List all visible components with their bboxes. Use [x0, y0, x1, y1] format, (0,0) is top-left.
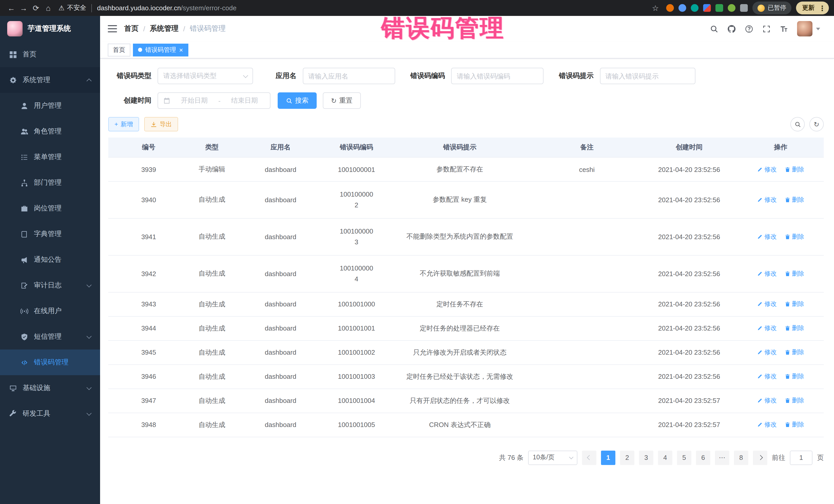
back-icon[interactable]: ←	[5, 2, 18, 14]
toggle-search-button[interactable]	[790, 117, 805, 131]
extension-icon[interactable]	[703, 4, 711, 12]
sidebar-item-audit-log[interactable]: 审计日志	[0, 272, 100, 298]
error-code-input[interactable]	[457, 72, 538, 80]
delete-link[interactable]: 删除	[785, 420, 804, 429]
page-button-1[interactable]: 1	[601, 451, 615, 465]
date-range-picker[interactable]: 开始日期 - 结束日期	[158, 92, 270, 109]
delete-link[interactable]: 删除	[785, 348, 804, 357]
close-tab-icon[interactable]: ×	[179, 46, 183, 53]
page-button-2[interactable]: 2	[620, 451, 634, 465]
breadcrumb-system[interactable]: 系统管理	[150, 24, 179, 34]
add-button[interactable]: + 新增	[108, 117, 139, 131]
prev-page-button[interactable]	[582, 451, 596, 465]
sidebar-item-home[interactable]: 首页	[0, 42, 100, 67]
search-button[interactable]: 搜索	[278, 92, 317, 109]
sidebar-item-departments[interactable]: 部门管理	[0, 170, 100, 196]
extension-icon[interactable]	[728, 4, 736, 12]
sidebar-item-online-users[interactable]: 在线用户	[0, 298, 100, 324]
refresh-button[interactable]: ↻	[809, 117, 824, 131]
search-icon[interactable]	[710, 24, 719, 33]
font-size-icon[interactable]	[780, 24, 788, 33]
fullscreen-icon[interactable]	[762, 24, 771, 33]
edit-link[interactable]: 修改	[757, 269, 777, 278]
delete-link[interactable]: 删除	[785, 269, 804, 278]
chevron-left-icon	[587, 455, 592, 460]
delete-link[interactable]: 删除	[785, 372, 804, 381]
edit-link[interactable]: 修改	[757, 372, 777, 381]
app-name-input[interactable]	[308, 72, 389, 80]
page-button-3[interactable]: 3	[639, 451, 653, 465]
next-page-button[interactable]	[753, 451, 767, 465]
address-bar[interactable]: dashboard.yudao.iocoder.cn/system/error-…	[97, 4, 644, 12]
sidebar-section-system[interactable]: 系统管理	[0, 67, 100, 93]
table-row[interactable]: 3947 自动生成 dashboard 1001001004 只有开启状态的任务…	[108, 389, 824, 413]
delete-link[interactable]: 删除	[785, 165, 804, 174]
url-path: /system/error-code	[181, 4, 237, 12]
edit-link[interactable]: 修改	[757, 233, 777, 241]
edit-link[interactable]: 修改	[757, 348, 777, 357]
table-row[interactable]: 3945 自动生成 dashboard 1001001002 只允许修改为开启或…	[108, 340, 824, 365]
extension-icon[interactable]	[691, 4, 699, 12]
page-button-4[interactable]: 4	[658, 451, 672, 465]
security-chip[interactable]: ⚠ 不安全	[59, 4, 86, 12]
error-type-select[interactable]: 请选择错误码类型	[158, 68, 253, 84]
forward-icon[interactable]: →	[18, 2, 30, 14]
edit-link[interactable]: 修改	[757, 300, 777, 308]
sidebar-item-roles[interactable]: 角色管理	[0, 118, 100, 144]
edit-link[interactable]: 修改	[757, 324, 777, 333]
collapse-sidebar-icon[interactable]	[108, 25, 117, 32]
sidebar-section-dev-tools[interactable]: 研发工具	[0, 401, 100, 426]
chrome-menu-icon[interactable]: ⋮	[819, 4, 826, 12]
delete-link[interactable]: 删除	[785, 196, 804, 204]
app-logo[interactable]: 芋道管理系统	[0, 16, 100, 42]
github-icon[interactable]	[727, 24, 736, 33]
help-icon[interactable]	[745, 24, 753, 33]
table-row[interactable]: 3946 自动生成 dashboard 1001001003 定时任务已经处于该…	[108, 365, 824, 389]
user-menu[interactable]	[797, 21, 820, 37]
table-row[interactable]: 3941 自动生成 dashboard 1001000003 不能删除类型为系统…	[108, 218, 824, 255]
extension-icon[interactable]	[679, 4, 686, 12]
export-button[interactable]: 导出	[144, 117, 178, 131]
page-button-5[interactable]: 5	[677, 451, 691, 465]
edit-link[interactable]: 修改	[757, 396, 777, 405]
sidebar-item-positions[interactable]: 岗位管理	[0, 196, 100, 221]
tab-home[interactable]: 首页	[108, 43, 130, 56]
edit-link[interactable]: 修改	[757, 165, 777, 174]
page-button-8[interactable]: 8	[734, 451, 748, 465]
edit-link[interactable]: 修改	[757, 196, 777, 204]
table-row[interactable]: 3944 自动生成 dashboard 1001001001 定时任务的处理器已…	[108, 316, 824, 340]
more-pages-button[interactable]: ⋯	[715, 451, 729, 465]
table-row[interactable]: 3943 自动生成 dashboard 1001001000 定时任务不存在 2…	[108, 292, 824, 316]
reload-icon[interactable]: ⟳	[30, 2, 42, 14]
breadcrumb-home[interactable]: 首页	[124, 24, 138, 34]
tab-error-code[interactable]: 错误码管理 ×	[133, 43, 188, 56]
sidebar-item-dictionary[interactable]: 字典管理	[0, 221, 100, 247]
delete-link[interactable]: 删除	[785, 396, 804, 405]
error-hint-input[interactable]	[605, 72, 689, 80]
goto-page-input[interactable]	[790, 451, 812, 465]
delete-link[interactable]: 删除	[785, 300, 804, 308]
delete-link[interactable]: 删除	[785, 233, 804, 241]
profile-paused-chip[interactable]: 已暂停	[752, 2, 791, 14]
extension-icon[interactable]	[666, 4, 674, 12]
table-row[interactable]: 3939 手动编辑 dashboard 1001000001 参数配置不存在 c…	[108, 157, 824, 181]
extension-icon[interactable]	[716, 4, 723, 12]
page-button-6[interactable]: 6	[696, 451, 710, 465]
edit-link[interactable]: 修改	[757, 420, 777, 429]
table-row[interactable]: 3948 自动生成 dashboard 1001001005 CRON 表达式不…	[108, 413, 824, 437]
sidebar-item-menus[interactable]: 菜单管理	[0, 144, 100, 170]
sidebar-item-sms[interactable]: 短信管理	[0, 324, 100, 350]
extensions-puzzle-icon[interactable]	[740, 4, 748, 12]
table-row[interactable]: 3940 自动生成 dashboard 1001000002 参数配置 key …	[108, 181, 824, 218]
reset-button[interactable]: ↻ 重置	[323, 92, 361, 109]
page-size-select[interactable]: 10条/页	[528, 451, 577, 465]
delete-link[interactable]: 删除	[785, 324, 804, 333]
home-icon[interactable]: ⌂	[42, 2, 54, 14]
sidebar-section-infrastructure[interactable]: 基础设施	[0, 375, 100, 401]
sidebar-item-error-code[interactable]: 错误码管理	[0, 350, 100, 375]
table-row[interactable]: 3942 自动生成 dashboard 1001000004 不允许获取敏感配置…	[108, 255, 824, 292]
bookmark-star-icon[interactable]: ☆	[649, 2, 662, 14]
sidebar-item-notices[interactable]: 通知公告	[0, 247, 100, 272]
sidebar-item-users[interactable]: 用户管理	[0, 93, 100, 118]
chrome-update-button[interactable]: 更新 ⋮	[796, 2, 829, 14]
